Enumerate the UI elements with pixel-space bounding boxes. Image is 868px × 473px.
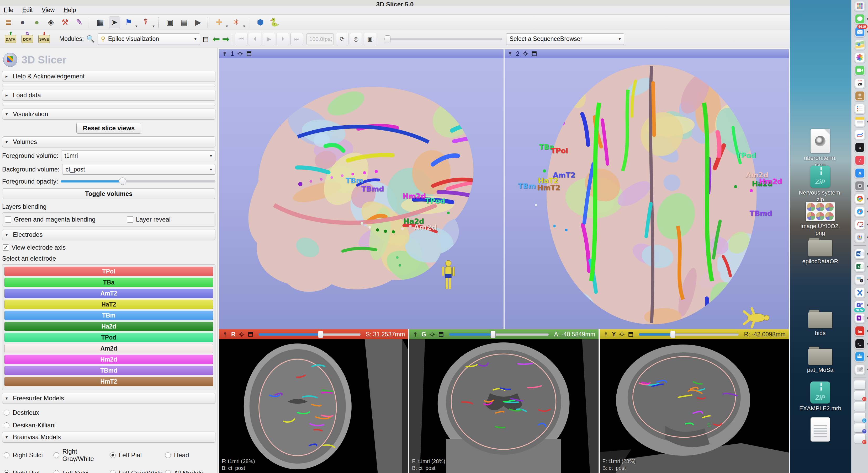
radio-desikan-killiani[interactable]: Desikan-Killiani xyxy=(4,421,215,429)
extensions-manager-icon[interactable]: ⬢ xyxy=(254,16,266,28)
editor-icon[interactable]: ✎ xyxy=(73,16,85,28)
slice-offset-slider[interactable] xyxy=(259,333,361,336)
crosshair-icon[interactable] xyxy=(429,331,435,337)
radio-right-sulci[interactable]: Right Sulci xyxy=(4,448,54,463)
electrode-button-am2d[interactable]: Am2d xyxy=(4,344,213,353)
subject-hierarchy-icon[interactable]: ≣ xyxy=(3,16,14,28)
module-search-icon[interactable]: 🔍 xyxy=(86,35,95,43)
chevron-down-icon[interactable]: ▾ xyxy=(135,24,137,30)
maximize-view-icon[interactable] xyxy=(531,51,537,57)
sequence-loop-button[interactable]: ⟳ xyxy=(336,33,348,45)
electrode-button-amt2[interactable]: AmT2 xyxy=(4,289,213,298)
view-electrode-axis-checkbox[interactable]: ✓View electrode axis xyxy=(3,244,215,251)
section-visualization[interactable]: ▾Visualization xyxy=(2,108,215,120)
electrode-button-tbm[interactable]: TBm xyxy=(4,311,213,320)
section-volumes[interactable]: ▾Volumes xyxy=(2,136,215,147)
fps-spinbox[interactable]: 100.0fps ▴▾ xyxy=(307,33,334,45)
menu-edit[interactable]: Edit xyxy=(22,6,33,13)
radio-left-gray-white[interactable]: Left Gray/White xyxy=(110,469,165,473)
pin-icon[interactable] xyxy=(412,331,418,337)
maximize-view-icon[interactable] xyxy=(438,331,444,337)
layer-reveal-checkbox[interactable]: Layer reveal xyxy=(127,216,170,223)
scene-view-play-icon[interactable]: ▶ xyxy=(192,16,204,28)
dock-safari[interactable] xyxy=(855,206,865,217)
dock-photos[interactable] xyxy=(855,52,865,63)
load-data-button[interactable]: DATA⬆ xyxy=(3,32,18,46)
desktop-file-nervous-system-[interactable]: ZiPNervous system.zip xyxy=(790,166,851,203)
electrode-button-hm2d[interactable]: Hm2d xyxy=(4,355,213,364)
desktop-file-document[interactable] xyxy=(790,417,851,442)
dock-mendeley[interactable]: !m xyxy=(855,326,865,336)
sequence-browser-selector[interactable]: Select a SequenceBrowser ▾ xyxy=(506,33,624,45)
dock-minimized-window-chrome2[interactable]: C xyxy=(855,434,865,443)
capture-icon[interactable]: ▣ xyxy=(164,16,176,28)
models-module-icon[interactable]: ◈ xyxy=(45,16,57,28)
slice-intersection-icon[interactable]: ✳ xyxy=(230,16,242,28)
dock-minimized-invoice[interactable] xyxy=(855,402,865,411)
dock-contacts[interactable] xyxy=(855,91,865,101)
desktop-file-example2-mrb[interactable]: ZiPEXAMPLE2.mrb xyxy=(790,381,851,412)
reset-slice-views-button[interactable]: Reset slice views xyxy=(76,123,141,134)
dock-minimized-document[interactable] xyxy=(855,380,865,390)
volumes-module-icon[interactable]: ● xyxy=(31,16,42,28)
dock-launchpad[interactable] xyxy=(855,1,865,11)
threed-canvas-1[interactable] xyxy=(219,58,503,329)
dock-minimized-window-chrome[interactable]: C xyxy=(855,391,865,400)
dock-apple-tv[interactable]: tv xyxy=(855,142,865,153)
sequence-next-button[interactable]: ⏵ xyxy=(277,33,289,45)
crosshair-icon[interactable]: ✛ xyxy=(213,16,225,28)
data-module-icon[interactable]: ● xyxy=(17,16,28,28)
dock-icm[interactable]: ICM xyxy=(855,219,865,230)
scene-view-add-icon[interactable]: ▤ xyxy=(178,16,190,28)
module-history-icon[interactable]: ▤ xyxy=(200,33,212,45)
slice-view-r[interactable]: RS: 31.2537mmF: t1mri (28%)B: ct_post xyxy=(219,329,408,473)
slice-image-sagittal[interactable]: S xyxy=(600,339,789,473)
dock-docker[interactable] xyxy=(855,351,865,362)
electrode-button-tpol[interactable]: TPol xyxy=(4,267,213,276)
slider-handle[interactable] xyxy=(318,331,323,338)
threed-view-1[interactable]: 1 TBmTBmdHm2dTPodHa2dAm2d xyxy=(219,49,503,329)
electrode-button-hmt2[interactable]: HmT2 xyxy=(4,377,213,386)
dock-notes[interactable] xyxy=(855,116,865,127)
dock-freeform[interactable] xyxy=(855,129,865,140)
desktop-file-pat-mosa[interactable]: pat_MoSa xyxy=(790,347,851,373)
slice-view-g[interactable]: GA: -40.5849mmF: t1mri (28%)B: ct_post xyxy=(409,329,598,473)
desktop-file-bids[interactable]: bids xyxy=(790,310,851,337)
dock-word[interactable]: W xyxy=(855,248,865,259)
section-help[interactable]: ▸Help & Acknowledgement xyxy=(2,71,215,82)
fg-opacity-slider[interactable] xyxy=(61,180,215,182)
save-button[interactable]: SAVE⬇ xyxy=(37,32,52,46)
slider-handle[interactable] xyxy=(490,331,496,338)
module-back-button[interactable]: ⬅ xyxy=(213,34,220,44)
dock-calendar[interactable]: JUIN28 xyxy=(855,78,865,89)
dock-minimized-window-docker[interactable]: D xyxy=(855,413,865,421)
electrode-button-ha2d[interactable]: Ha2d xyxy=(4,322,213,331)
crosshair-icon[interactable] xyxy=(619,331,625,337)
sequence-last-button[interactable]: ⏭ xyxy=(290,33,303,45)
dock-chrome[interactable] xyxy=(855,193,865,204)
annotations-icon[interactable]: ⚒ xyxy=(59,16,71,28)
maximize-view-icon[interactable] xyxy=(248,331,253,337)
sequence-first-button[interactable]: ⏮ xyxy=(235,33,247,45)
radio-head[interactable]: Head xyxy=(165,448,215,463)
sequence-record-button[interactable]: ◎ xyxy=(350,33,362,45)
section-load-data[interactable]: ▸Load data xyxy=(2,90,215,101)
mouse-interact-icon[interactable]: ➤ xyxy=(108,16,120,28)
electrode-button-tpod[interactable]: TPod xyxy=(4,333,213,342)
threed-view-2[interactable]: 2 TBaTPolAmT2HaT2TBmHmT2TPodAm2dHa2dHm2d… xyxy=(504,49,789,329)
dock-minimized-window-teams[interactable]: T xyxy=(855,424,865,432)
module-forward-button[interactable]: ➡ xyxy=(222,34,229,44)
electrode-button-tbmd[interactable]: TBmd xyxy=(4,366,213,375)
pin-icon[interactable] xyxy=(507,51,513,57)
crosshair-icon[interactable] xyxy=(237,51,243,57)
dock-3d-slicer[interactable] xyxy=(855,232,865,243)
dock-maps[interactable] xyxy=(855,39,865,50)
dock-teams[interactable]: TNEW xyxy=(855,300,865,311)
section-brainvisa[interactable]: ▾Brainvisa Models xyxy=(2,432,215,443)
pin-icon[interactable] xyxy=(603,331,609,337)
slice-view-y[interactable]: YR: -42.0098mmSF: t1mri (28%)B: ct_post xyxy=(600,329,789,473)
sequence-previous-button[interactable]: ⏴ xyxy=(249,33,261,45)
module-selector[interactable]: ⚲ Epiloc visualization ▾ xyxy=(98,33,200,45)
pin-icon[interactable] xyxy=(222,51,227,57)
radio-left-sulci[interactable]: Left Sulci xyxy=(54,469,110,473)
